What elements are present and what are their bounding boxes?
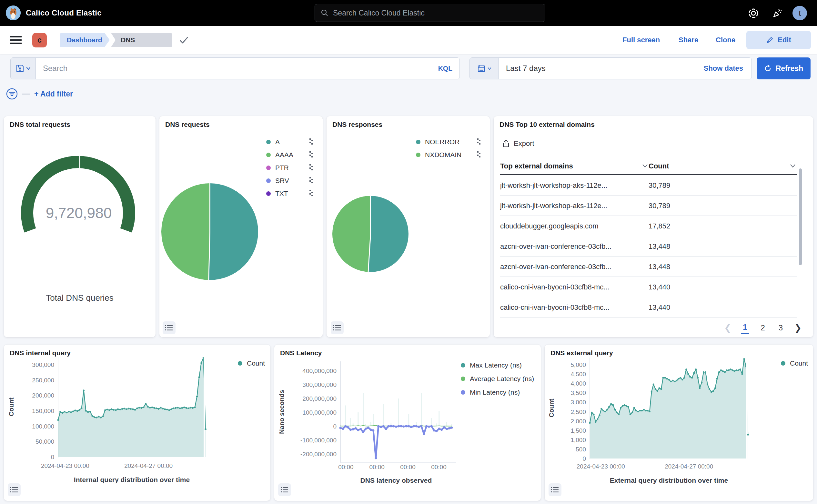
- help-icon[interactable]: [748, 8, 759, 19]
- panel-legend-toggle-button[interactable]: [278, 483, 291, 496]
- pie-slice-divider: [370, 196, 371, 234]
- legend-item-a[interactable]: A: [266, 138, 280, 146]
- gauge-value: 9,720,980: [46, 205, 112, 221]
- page-button-1[interactable]: 1: [741, 321, 749, 334]
- legend-item-srv[interactable]: SRV: [266, 177, 289, 185]
- global-search[interactable]: [315, 4, 545, 22]
- time-range-picker[interactable]: Last 7 days Show dates: [469, 57, 752, 79]
- show-dates-link[interactable]: Show dates: [704, 64, 751, 73]
- refresh-button[interactable]: Refresh: [757, 57, 811, 79]
- table-row[interactable]: jlt-worksh-jlt-workshop-aks-112e...30,78…: [500, 175, 797, 196]
- legend-actions-icon[interactable]: [309, 151, 313, 158]
- kql-search-bar[interactable]: KQL: [10, 57, 460, 79]
- calendar-menu[interactable]: [470, 58, 499, 79]
- next-page-icon[interactable]: ❯: [794, 324, 802, 332]
- svg-text:Count: Count: [548, 398, 555, 417]
- whats-new-party-popper-icon[interactable]: [772, 8, 783, 19]
- column-header-domains[interactable]: Top external domains: [500, 162, 573, 170]
- legend-item-count[interactable]: Count: [781, 359, 808, 367]
- export-button[interactable]: Export: [502, 139, 534, 148]
- calico-cat-logo-image: [6, 5, 21, 20]
- column-sort-chevron-icon[interactable]: [642, 164, 648, 168]
- svg-text:5,000: 5,000: [570, 361, 586, 368]
- svg-text:200,000,000: 200,000,000: [302, 395, 337, 402]
- page-button-3[interactable]: 3: [777, 322, 785, 334]
- table-row[interactable]: jlt-worksh-jlt-workshop-aks-112e...30,78…: [500, 196, 797, 216]
- svg-text:0: 0: [51, 454, 54, 460]
- clone-link[interactable]: Clone: [716, 26, 735, 54]
- legend-actions-icon[interactable]: [477, 138, 481, 145]
- legend-actions-icon[interactable]: [309, 164, 313, 171]
- legend-item-ptr[interactable]: PTR: [266, 164, 289, 172]
- share-link[interactable]: Share: [679, 26, 698, 54]
- dns-requests-pie-chart[interactable]: [161, 183, 258, 280]
- calendar-icon: [477, 64, 486, 73]
- table-row[interactable]: calico-cni-ivan-byocni-03cfb8-mc...13,44…: [500, 277, 797, 297]
- legend-item-min-latency[interactable]: Min Latency (ns): [461, 388, 520, 396]
- gauge-label: Total DNS queries: [4, 293, 156, 303]
- query-search-input[interactable]: [36, 64, 438, 73]
- svg-text:00:00: 00:00: [400, 464, 416, 470]
- saved-query-menu[interactable]: [11, 58, 36, 79]
- legend-actions-icon[interactable]: [477, 151, 481, 158]
- panel-legend-toggle-button[interactable]: [163, 321, 176, 334]
- legend-item-aaaa[interactable]: AAAA: [266, 151, 293, 159]
- legend-actions-icon[interactable]: [309, 177, 313, 184]
- internal-query-area-chart[interactable]: 050,000100,000150,000200,000250,000300,0…: [4, 345, 270, 501]
- legend-actions-icon[interactable]: [309, 190, 313, 197]
- legend-actions-icon[interactable]: [309, 138, 313, 145]
- panel-legend-toggle-button[interactable]: [549, 483, 561, 496]
- global-search-input[interactable]: [333, 9, 533, 17]
- svg-text:2,500: 2,500: [570, 408, 586, 415]
- time-range-value[interactable]: Last 7 days: [499, 64, 704, 73]
- search-icon: [321, 9, 328, 17]
- panel-title: DNS Top 10 external domains: [499, 121, 595, 128]
- page-button-2[interactable]: 2: [759, 322, 767, 334]
- saved-check-icon[interactable]: [179, 36, 189, 45]
- user-avatar[interactable]: t: [792, 6, 807, 20]
- column-sort-chevron-icon[interactable]: [790, 164, 796, 168]
- chevron-down-icon: [488, 67, 491, 70]
- panel-legend-toggle-button[interactable]: [331, 321, 344, 334]
- dns-responses-pie-chart[interactable]: [332, 196, 409, 272]
- legend-item-nxdomain[interactable]: NXDOMAIN: [416, 151, 461, 159]
- legend-item-max-latency[interactable]: Max Latency (ns): [461, 361, 522, 369]
- table-row[interactable]: clouddebugger.googleapis.com17,852: [500, 216, 797, 236]
- legend-swatch: [266, 140, 271, 144]
- column-header-count[interactable]: Count: [649, 162, 669, 170]
- edit-button[interactable]: Edit: [746, 31, 811, 49]
- filter-icon[interactable]: [6, 88, 18, 100]
- breadcrumb-dashboard[interactable]: Dashboard: [60, 33, 110, 47]
- legend-item-txt[interactable]: TXT: [266, 190, 288, 197]
- legend-item-count[interactable]: Count: [238, 359, 265, 367]
- external-query-area-chart[interactable]: 05001,0001,5002,0002,5003,0003,5004,0004…: [545, 345, 813, 501]
- chevron-down-icon: [26, 67, 31, 70]
- table-row[interactable]: azcni-over-ivan-conference-03cfb...13,44…: [500, 257, 797, 277]
- kql-syntax-button[interactable]: KQL: [438, 65, 459, 72]
- table-scrollbar[interactable]: [799, 168, 802, 265]
- calico-logo[interactable]: [6, 5, 21, 20]
- add-filter-button[interactable]: + Add filter: [34, 90, 73, 98]
- panel-title: DNS internal query: [10, 349, 71, 357]
- svg-text:3,500: 3,500: [570, 389, 586, 396]
- table-row[interactable]: azcni-over-ivan-conference-03cfb...13,44…: [500, 236, 797, 257]
- menu-hamburger-icon[interactable]: [10, 34, 22, 46]
- full-screen-link[interactable]: Full screen: [622, 26, 660, 54]
- refresh-button-label: Refresh: [776, 64, 803, 73]
- space-badge[interactable]: c: [32, 33, 47, 47]
- legend-swatch: [781, 361, 785, 366]
- panel-title: DNS responses: [332, 121, 382, 128]
- panel-legend-toggle-button[interactable]: [8, 483, 21, 496]
- svg-text:1,500: 1,500: [570, 427, 586, 434]
- svg-text:00:00: 00:00: [338, 464, 354, 470]
- previous-page-icon[interactable]: ❮: [724, 324, 731, 332]
- svg-text:250,000: 250,000: [32, 377, 54, 384]
- table-row[interactable]: calico-cni-ivan-byocni-03cfb8-mc...13,44…: [500, 297, 797, 318]
- legend-item-noerror[interactable]: NOERROR: [416, 138, 459, 146]
- legend-swatch: [266, 191, 271, 196]
- legend-swatch: [266, 153, 271, 157]
- table-header: Top external domains Count: [500, 159, 797, 174]
- app-header: Calico Cloud Elastic t: [0, 0, 817, 26]
- svg-text:Count: Count: [8, 398, 15, 416]
- legend-item-average-latency[interactable]: Average Latency (ns): [461, 375, 534, 383]
